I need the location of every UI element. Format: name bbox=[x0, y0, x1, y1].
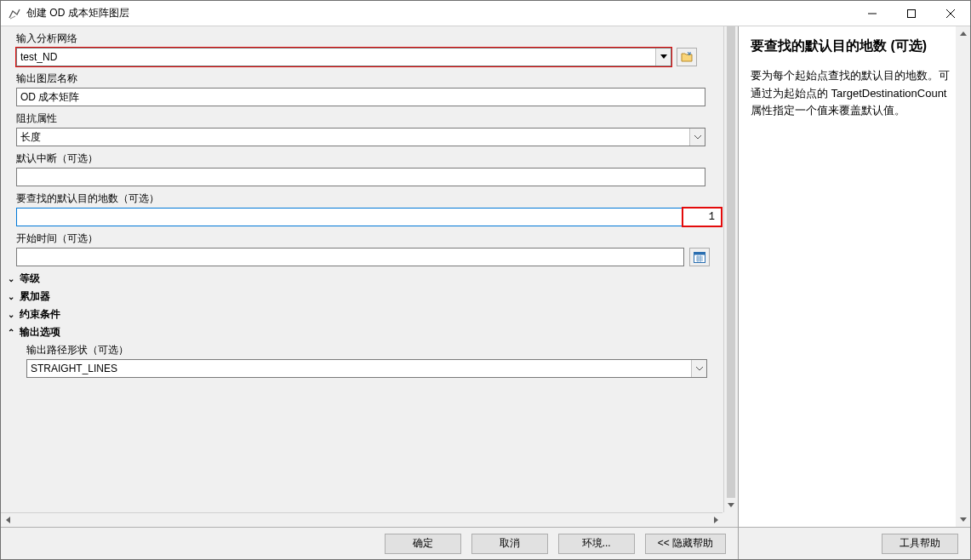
section-constraints-label: 约束条件 bbox=[20, 307, 60, 322]
scroll-down-icon[interactable] bbox=[956, 512, 970, 527]
calendar-button[interactable] bbox=[689, 248, 710, 266]
dialog-window: 创建 OD 成本矩阵图层 输入分析网络 bbox=[0, 0, 971, 560]
section-hierarchy[interactable]: ⌄ 等级 bbox=[8, 271, 723, 286]
scroll-corner bbox=[723, 512, 738, 527]
field-default-break: 默认中断（可选） bbox=[4, 151, 723, 186]
section-accumulators-label: 累加器 bbox=[20, 289, 50, 304]
scroll-up-icon[interactable] bbox=[956, 26, 970, 41]
label-output-layer: 输出图层名称 bbox=[16, 71, 723, 86]
label-target-dest: 要查找的默认目的地数（可选） bbox=[16, 191, 723, 206]
help-title: 要查找的默认目的地数 (可选) bbox=[751, 37, 955, 55]
output-layer-input[interactable] bbox=[16, 88, 705, 106]
env-button-label: 环境... bbox=[582, 536, 611, 551]
svg-rect-1 bbox=[908, 9, 916, 17]
label-network: 输入分析网络 bbox=[16, 31, 723, 46]
svg-marker-16 bbox=[960, 517, 967, 522]
minimize-button[interactable] bbox=[853, 1, 892, 26]
output-shape-input[interactable] bbox=[26, 359, 707, 378]
field-start-time: 开始时间（可选） bbox=[4, 231, 723, 266]
section-accumulators[interactable]: ⌄ 累加器 bbox=[8, 289, 723, 304]
impedance-combo[interactable] bbox=[16, 128, 705, 146]
label-start-time: 开始时间（可选） bbox=[16, 231, 723, 246]
svg-marker-4 bbox=[660, 54, 667, 59]
chevron-down-icon[interactable] bbox=[691, 360, 706, 377]
svg-rect-6 bbox=[694, 253, 705, 255]
chevron-down-icon: ⌄ bbox=[8, 274, 16, 283]
tool-help-button-label: 工具帮助 bbox=[900, 536, 940, 551]
cancel-button-label: 取消 bbox=[500, 536, 520, 551]
field-output-shape: 输出路径形状（可选） bbox=[14, 343, 723, 378]
tool-help-button[interactable]: 工具帮助 bbox=[882, 534, 958, 554]
scrollbar-track[interactable] bbox=[15, 513, 708, 527]
target-dest-input[interactable] bbox=[16, 208, 723, 226]
svg-marker-14 bbox=[714, 517, 718, 523]
help-button-bar: 工具帮助 bbox=[739, 527, 970, 559]
maximize-button[interactable] bbox=[892, 1, 931, 26]
app-icon bbox=[8, 7, 21, 20]
field-impedance: 阻抗属性 bbox=[4, 111, 723, 146]
network-input[interactable] bbox=[16, 48, 671, 66]
ok-button-label: 确定 bbox=[413, 536, 433, 551]
svg-marker-15 bbox=[960, 31, 967, 36]
scrollbar-thumb[interactable] bbox=[727, 26, 735, 498]
help-vertical-scrollbar[interactable] bbox=[956, 26, 970, 527]
svg-marker-12 bbox=[728, 503, 734, 507]
label-default-break: 默认中断（可选） bbox=[16, 151, 723, 166]
section-constraints[interactable]: ⌄ 约束条件 bbox=[8, 307, 723, 322]
hide-help-button[interactable]: << 隐藏帮助 bbox=[645, 534, 726, 554]
scroll-left-icon[interactable] bbox=[1, 513, 15, 527]
ok-button[interactable]: 确定 bbox=[385, 534, 461, 554]
horizontal-scrollbar[interactable] bbox=[1, 512, 723, 527]
help-pane: 要查找的默认目的地数 (可选) 要为每个起始点查找的默认目的地数。可通过为起始点… bbox=[739, 26, 970, 527]
help-container: 要查找的默认目的地数 (可选) 要为每个起始点查找的默认目的地数。可通过为起始点… bbox=[739, 26, 970, 559]
chevron-down-icon[interactable] bbox=[689, 129, 705, 146]
section-output-options-label: 输出选项 bbox=[20, 325, 60, 340]
form-scroll-area: 输入分析网络 bbox=[1, 26, 738, 527]
field-output-layer: 输出图层名称 bbox=[4, 71, 723, 106]
svg-marker-13 bbox=[6, 517, 10, 523]
help-body: 要为每个起始点查找的默认目的地数。可通过为起始点的 TargetDestinat… bbox=[751, 67, 955, 118]
impedance-input[interactable] bbox=[16, 128, 705, 146]
network-combo[interactable] bbox=[16, 48, 671, 66]
default-break-input[interactable] bbox=[16, 168, 705, 186]
form-button-bar: 确定 取消 环境... << 隐藏帮助 bbox=[1, 527, 738, 559]
chevron-down-icon: ⌄ bbox=[8, 310, 16, 319]
vertical-scrollbar[interactable] bbox=[723, 26, 738, 512]
scroll-down-icon[interactable] bbox=[724, 498, 738, 512]
label-output-shape: 输出路径形状（可选） bbox=[26, 343, 723, 357]
label-impedance: 阻抗属性 bbox=[16, 111, 723, 126]
close-button[interactable] bbox=[931, 1, 970, 26]
hide-help-button-label: << 隐藏帮助 bbox=[658, 536, 713, 551]
start-time-input[interactable] bbox=[16, 248, 684, 266]
section-hierarchy-label: 等级 bbox=[20, 271, 40, 286]
window-controls bbox=[853, 1, 970, 26]
cancel-button[interactable]: 取消 bbox=[471, 534, 548, 554]
form-pane: 输入分析网络 bbox=[1, 26, 739, 559]
environments-button[interactable]: 环境... bbox=[558, 534, 635, 554]
dialog-body: 输入分析网络 bbox=[1, 26, 970, 559]
output-shape-combo[interactable] bbox=[26, 359, 707, 378]
titlebar: 创建 OD 成本矩阵图层 bbox=[1, 1, 970, 26]
field-target-dest: 要查找的默认目的地数（可选） bbox=[4, 191, 723, 226]
scroll-right-icon[interactable] bbox=[708, 513, 723, 527]
chevron-up-icon: ⌃ bbox=[8, 328, 16, 337]
section-output-options[interactable]: ⌃ 输出选项 bbox=[8, 325, 723, 340]
browse-button[interactable] bbox=[677, 48, 697, 66]
chevron-down-icon[interactable] bbox=[655, 49, 671, 66]
field-network: 输入分析网络 bbox=[4, 31, 723, 66]
chevron-down-icon: ⌄ bbox=[8, 292, 16, 301]
window-title: 创建 OD 成本矩阵图层 bbox=[26, 6, 853, 20]
